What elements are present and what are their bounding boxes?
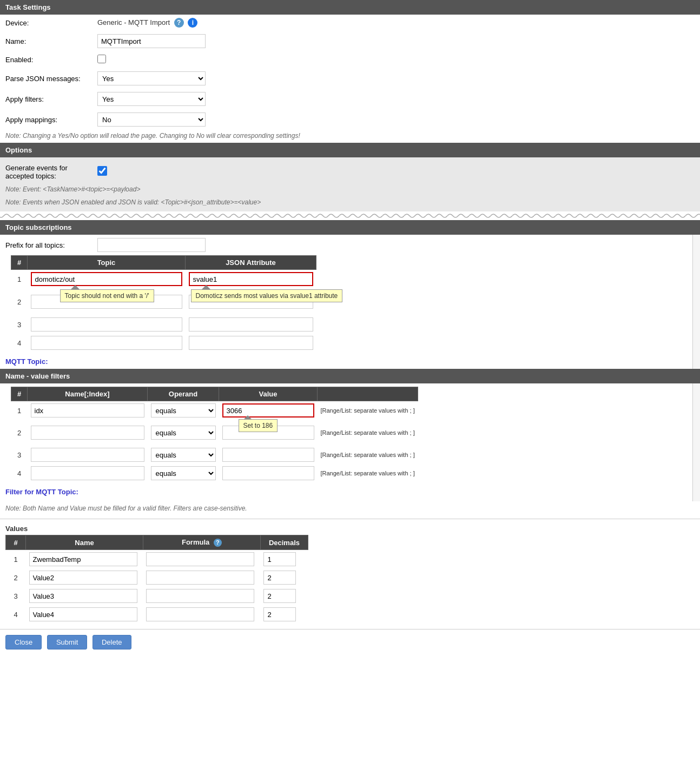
values-row-2-formula-input[interactable] <box>146 571 254 585</box>
topic-row-4-input[interactable] <box>31 336 182 350</box>
values-row-4-formula-input[interactable] <box>146 607 254 621</box>
table-row: 4 <box>6 605 308 624</box>
filter-row-4-range-note: [Range/List: separate values with ; ] <box>318 464 418 482</box>
apply-mappings-select[interactable]: No Yes <box>97 112 206 127</box>
filter-row-3-value-input[interactable] <box>222 448 314 462</box>
delete-button[interactable]: Delete <box>93 635 131 650</box>
enabled-label: Enabled: <box>0 51 92 68</box>
topic-subscriptions-section: Prefix for all topics: # Topic JSON Attr… <box>0 235 700 369</box>
filter-row-2-operand-select[interactable]: equals <box>151 426 216 440</box>
close-button[interactable]: Close <box>5 635 42 650</box>
options-header: Options <box>0 143 700 157</box>
values-row-3-name-input[interactable] <box>29 589 137 603</box>
filter-row-1-operand-select[interactable]: equals not equals greater than less than <box>151 403 216 417</box>
device-help-icon[interactable]: ? <box>174 18 184 28</box>
enabled-checkbox-cell <box>92 51 700 68</box>
tooltip-arrow-up <box>71 285 80 289</box>
topic-tooltip: Topic should not end with a '/' <box>60 289 154 302</box>
topic-row-num: 3 <box>11 315 28 334</box>
name-input[interactable] <box>97 34 206 48</box>
filter-col-hash: # <box>11 387 28 401</box>
topic-row-1-input[interactable] <box>31 272 182 286</box>
values-row-4-decimals-input[interactable] <box>263 607 296 621</box>
filter-scrollbar-right[interactable] <box>692 383 700 501</box>
values-table-header-row: # Name Formula ? Decimals <box>6 535 308 550</box>
values-row-4-name-input[interactable] <box>29 607 137 621</box>
filter-row-1-range-note: [Range/List: separate values with ; ] <box>318 401 418 420</box>
prefix-input[interactable] <box>97 238 206 252</box>
filter-row-3-name-input[interactable] <box>31 448 144 462</box>
values-row-2-name-input[interactable] <box>29 571 137 585</box>
values-table: # Name Formula ? Decimals 1 <box>5 535 308 624</box>
options-section: Generate events foraccepted topics: Note… <box>0 157 700 211</box>
topic-row-4-json-cell <box>186 334 316 352</box>
filter-row-1-name-cell <box>28 401 148 420</box>
topic-row-num: 4 <box>11 334 28 352</box>
values-row-3-name-cell <box>26 587 143 605</box>
values-row-4-decimals-cell <box>260 605 308 624</box>
values-row-2-decimals-input[interactable] <box>263 571 296 585</box>
values-row-1-name-input[interactable] <box>29 552 137 566</box>
topic-row-1-json-input[interactable] <box>189 272 313 286</box>
bottom-buttons: Close Submit Delete <box>0 629 700 655</box>
values-row-2-name-cell <box>26 568 143 587</box>
parse-json-row: Parse JSON messages: Yes No <box>0 68 700 89</box>
apply-filters-row: Apply filters: Yes No <box>0 89 700 109</box>
topic-row-3-topic-cell <box>28 315 186 334</box>
filter-col-name: Name[;Index] <box>28 387 148 401</box>
parse-json-label: Parse JSON messages: <box>0 68 92 89</box>
topic-row-3-json-input[interactable] <box>189 317 313 332</box>
apply-filters-select[interactable]: Yes No <box>97 92 206 106</box>
values-row-num: 3 <box>6 587 26 605</box>
values-title: Values <box>0 522 700 535</box>
filter-row-2-name-input[interactable] <box>31 426 144 440</box>
filter-row-3-name-cell <box>28 446 148 464</box>
values-row-1-decimals-input[interactable] <box>263 552 296 566</box>
filter-row-2-operand-cell: equals <box>148 420 219 446</box>
main-form: Device: Generic - MQTT Import ? i Name: … <box>0 15 700 130</box>
values-col-hash: # <box>6 535 26 550</box>
formula-help-icon[interactable]: ? <box>214 539 222 547</box>
prefix-label: Prefix for all topics: <box>0 235 92 255</box>
values-row-1-formula-input[interactable] <box>146 552 254 566</box>
parse-json-select[interactable]: Yes No <box>97 71 206 85</box>
filter-row-3-operand-select[interactable]: equals <box>151 448 216 462</box>
values-row-1-formula-cell <box>143 550 260 569</box>
table-row: 4 <box>11 334 316 352</box>
values-row-3-formula-input[interactable] <box>146 589 254 603</box>
filter-row-4-operand-select[interactable]: equals <box>151 466 216 480</box>
values-row-3-decimals-input[interactable] <box>263 589 296 603</box>
note-json: Note: Events when JSON enabled and JSON … <box>0 196 700 209</box>
values-col-decimals: Decimals <box>260 535 308 550</box>
filter-row-num: 2 <box>11 420 28 446</box>
values-row-4-formula-cell <box>143 605 260 624</box>
set-to-arrow <box>244 415 252 419</box>
topic-row-3-input[interactable] <box>31 317 182 332</box>
values-section: # Name Formula ? Decimals 1 <box>0 535 700 624</box>
topic-row-4-topic-cell <box>28 334 186 352</box>
filter-table-header-row: # Name[;Index] Operand Value <box>11 387 418 401</box>
filter-row-4-name-input[interactable] <box>31 466 144 480</box>
apply-mappings-row: Apply mappings: No Yes <box>0 109 700 130</box>
filter-row-4-value-cell <box>219 464 318 482</box>
filter-row-4-value-input[interactable] <box>222 466 314 480</box>
task-settings-header: Task Settings <box>0 0 700 15</box>
values-row-num: 4 <box>6 605 26 624</box>
name-input-cell <box>92 31 700 51</box>
apply-mappings-select-cell: No Yes <box>92 109 700 130</box>
filter-table-wrapper: # Name[;Index] Operand Value 1 equa <box>5 387 700 482</box>
submit-button[interactable]: Submit <box>47 635 87 650</box>
filter-mqtt-topic-form: Filter for MQTT Topic: <box>0 485 700 499</box>
topic-row-4-json-input[interactable] <box>189 336 313 350</box>
generate-events-checkbox[interactable] <box>97 166 107 176</box>
values-row-2-formula-cell <box>143 568 260 587</box>
enabled-checkbox[interactable] <box>97 55 106 63</box>
topic-table-wrapper: # Topic JSON Attribute 1 <box>5 255 700 352</box>
topic-row-num: 2 <box>11 288 28 315</box>
filter-row-num: 3 <box>11 446 28 464</box>
filter-row-1-name-input[interactable] <box>31 403 144 417</box>
generate-events-label: Generate events foraccepted topics: <box>0 160 92 183</box>
device-info-icon[interactable]: i <box>188 18 197 28</box>
topic-subscriptions-header: Topic subscriptions <box>0 220 700 235</box>
filter-row-1-value-cell: Set to 186 <box>219 401 318 420</box>
